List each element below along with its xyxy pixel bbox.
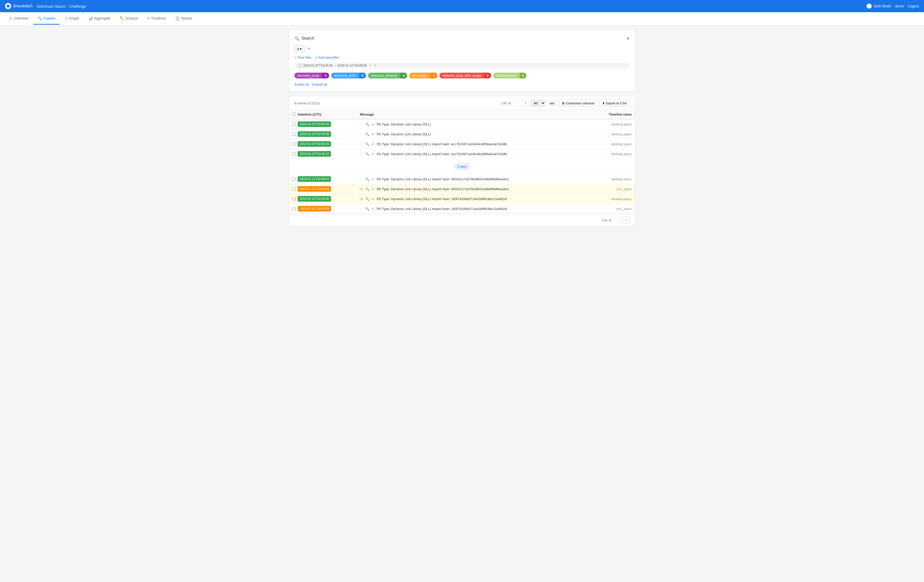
message-cell: ☆ 🔍 🏷 PE Type: Dynamic Link Library (DLL… [357, 174, 591, 184]
nav-explore[interactable]: 🔍 Explore [33, 13, 59, 25]
nav-explore-label: Explore [43, 16, 55, 20]
tag-icon[interactable]: 🏷 [371, 187, 375, 191]
col-message: Message [357, 110, 591, 119]
search-type-button[interactable]: a ▾ [294, 45, 305, 53]
message-cell: ★ 🔍 🏷 PE Type: Dynamic Link Library (DLL… [357, 184, 591, 194]
prev-page-button-bottom[interactable]: ‹ [613, 217, 620, 224]
search-input-row: a ▾ [294, 45, 630, 53]
search-icon-sm[interactable]: 🔍 [365, 197, 369, 201]
row-checkbox[interactable] [292, 197, 295, 201]
nav-aggregate[interactable]: 📊 Aggregate [84, 13, 115, 25]
datetime-value: 2019-01-07T19:40:08 [298, 121, 331, 127]
search-icon-sm[interactable]: 🔍 [365, 152, 369, 156]
pagination-info-top: 1-8 / 8 [502, 101, 511, 105]
search-query-input[interactable] [307, 45, 630, 53]
clear-time-icon[interactable]: ✕ [374, 64, 376, 67]
row-checkbox[interactable] [292, 187, 295, 191]
timeline-name-cell: dc1_plaso [591, 184, 635, 194]
tag-icon[interactable]: 🏷 [371, 122, 375, 126]
tag-icon[interactable]: 🏷 [371, 207, 375, 211]
message-text: PE Type: Dynamic Link Library (DLL) [377, 132, 431, 136]
timeline-chip-desktop-plaso[interactable]: desktop.plaso 6 [493, 72, 526, 79]
sort-button[interactable]: asc [547, 100, 557, 106]
star-icon[interactable]: ☆ [360, 132, 363, 136]
events-pagination-top: 1-8 / 8 ‹ › 40 100 500 asc ⊞ Customize c… [502, 99, 630, 107]
search-icon-sm[interactable]: 🔍 [365, 207, 369, 211]
next-page-button-bottom[interactable]: › [622, 217, 630, 224]
timeline-chip-network-pcap[interactable]: network_pcap_with_scapy 0 [439, 72, 491, 79]
next-page-button[interactable]: › [522, 99, 529, 107]
explore-icon: 🔍 [38, 16, 42, 20]
star-icon[interactable]: ☆ [360, 207, 363, 211]
timeline-chip-dc1-plaso[interactable]: dc1_plaso 2 [409, 72, 437, 79]
tag-icon[interactable]: 🏷 [371, 197, 375, 201]
events-table-body: 2019-01-07T19:40:08 ☆ 🔍 🏷 PE Type: Dynam… [289, 119, 635, 214]
tag-icon[interactable]: 🏷 [371, 177, 375, 181]
nav-stories-label: Stories [181, 16, 192, 20]
nav-graph[interactable]: ⬡ Graph [61, 13, 83, 25]
col-datetime: Datetime (UTC) [289, 110, 357, 119]
table-row: 2019-01-11T16:09:08 ★ 🔍 🏷 PE Type: Dynam… [289, 194, 635, 204]
row-checkbox[interactable] [292, 207, 295, 211]
table-row: 2019-01-11T16:09:03 ☆ 🔍 🏷 PE Type: Dynam… [289, 174, 635, 184]
prev-page-button[interactable]: ‹ [513, 99, 520, 107]
tag-icon[interactable]: 🏷 [371, 142, 375, 146]
star-icon[interactable]: ☆ [360, 122, 363, 126]
app-logo[interactable]: timesketch [5, 3, 33, 9]
time-filter-chip[interactable]: 🕐 2019-01-07T19:40:08 → 2019-01-11T16:09… [294, 63, 630, 69]
enable-all-link[interactable]: Enable all [294, 82, 309, 86]
datetime-value: 2019-01-07T19:40:15 [298, 151, 331, 157]
dark-mode-toggle[interactable]: Dark Mode [866, 3, 891, 9]
timeline-chip-decoded-pcap[interactable]: decoded_pcap 0 [294, 72, 329, 79]
search-icon-sm[interactable]: 🔍 [365, 142, 369, 146]
nav-analyze[interactable]: ✏️ Analyze [116, 13, 142, 25]
star-icon[interactable]: ☆ [360, 152, 363, 156]
nav-overview[interactable]: ⊙ Overview [5, 13, 33, 25]
row-checkbox[interactable] [292, 142, 295, 146]
timeline-chip-autoruns-dc01[interactable]: autoruns_dc01 0 [331, 72, 366, 79]
message-cell: ☆ 🔍 🏷 PE Type: Dynamic Link Library (DLL… [357, 139, 591, 149]
export-csv-button[interactable]: ⬇ Export to CSV [599, 100, 630, 107]
timeline-chip-autoruns-desktop[interactable]: autoruns_desktop 0 [368, 72, 408, 79]
star-icon[interactable]: ★ [360, 197, 363, 201]
row-checkbox[interactable] [292, 178, 295, 181]
select-all-checkbox[interactable] [292, 113, 295, 116]
message-text: PE Type: Dynamic Link Library (DLL) Impo… [377, 187, 509, 191]
collapse-search-button[interactable]: ∧ [626, 36, 630, 41]
star-icon[interactable]: ☆ [360, 177, 363, 181]
nav-timelines[interactable]: ≡ Timelines [143, 13, 170, 25]
add-label-filter-button[interactable]: + Add label filter [316, 56, 339, 59]
row-checkbox[interactable] [292, 152, 295, 156]
search-icon-sm[interactable]: 🔍 [365, 122, 369, 126]
search-icon-sm[interactable]: 🔍 [365, 187, 369, 191]
datetime-cell: 2019-01-11T16:09:03 [289, 174, 357, 184]
main-content: 🔍 Search ∧ a ▾ + Time filter + Add label… [284, 25, 640, 231]
row-checkbox[interactable] [292, 123, 295, 126]
message-text: PE Type: Dynamic Link Library (DLL) Impo… [377, 152, 507, 156]
tag-icon[interactable]: 🏷 [371, 132, 375, 136]
nav-stories[interactable]: 📋 Stories [171, 13, 196, 25]
search-icon-sm[interactable]: 🔍 [365, 177, 369, 181]
table-row: 2019-01-07T19:40:15 ☆ 🔍 🏷 PE Type: Dynam… [289, 139, 635, 149]
bottom-pagination: 1-8 / 8 ‹ › [289, 214, 635, 226]
table-row: 2019-01-07T19:40:15 ☆ 🔍 🏷 PE Type: Dynam… [289, 149, 635, 159]
row-checkbox[interactable] [292, 132, 295, 136]
overview-icon: ⊙ [9, 16, 12, 20]
logout-link[interactable]: Logout [908, 4, 919, 8]
datetime-cell: 2019-01-07T19:40:15 [289, 139, 357, 149]
add-time-filter-button[interactable]: + Time filter [294, 56, 312, 59]
star-icon[interactable]: ★ [360, 187, 363, 191]
customize-columns-button[interactable]: ⊞ Customize columns [559, 100, 597, 107]
star-icon[interactable]: ☆ [360, 142, 363, 146]
edit-time-icon[interactable]: ✎ [369, 64, 372, 67]
day-badge: 3 days [454, 163, 470, 170]
timeline-name-cell: desktop.plaso [591, 129, 635, 139]
sketch-title: Szechuan Sauce - Challenge [36, 4, 86, 8]
events-table: Datetime (UTC) Message Timeline name 201… [289, 110, 635, 214]
stories-icon: 📋 [175, 16, 180, 20]
tag-icon[interactable]: 🏷 [371, 152, 375, 156]
disable-all-link[interactable]: Disable all [312, 82, 327, 86]
datetime-cell: 2019-01-11T16:09:03 [289, 184, 357, 194]
per-page-select[interactable]: 40 100 500 [531, 100, 545, 107]
search-icon-sm[interactable]: 🔍 [365, 132, 369, 136]
